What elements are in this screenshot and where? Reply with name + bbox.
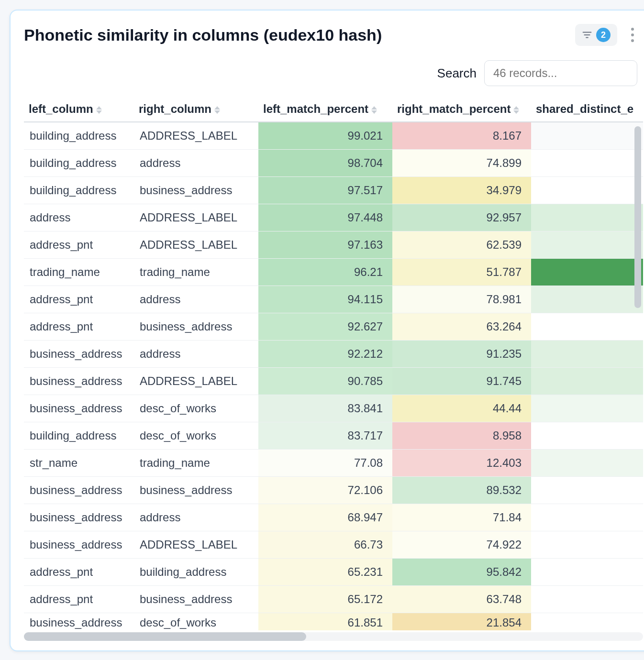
data-table: left_column right_column left_match_perc… (24, 97, 643, 630)
filter-icon (582, 30, 592, 40)
cell-right_match_percent: 63.264 (392, 313, 531, 341)
table-row[interactable]: address_pntbusiness_address92.62763.264 (24, 313, 643, 341)
search-input[interactable] (484, 60, 637, 86)
cell-left_column: trading_name (24, 259, 134, 286)
table-wrap: left_column right_column left_match_perc… (24, 97, 643, 641)
cell-right_match_percent: 62.539 (392, 231, 531, 259)
cell-left_match_percent: 66.73 (258, 531, 392, 559)
cell-shared_distinct (531, 204, 643, 231)
table-row[interactable]: business_addressaddress68.94771.84 (24, 504, 643, 531)
page-title: Phonetic similarity in columns (eudex10 … (24, 26, 382, 44)
table-row[interactable]: address_pntaddress94.11578.981 (24, 286, 643, 313)
cell-right_column: business_address (134, 477, 258, 504)
cell-left_match_percent: 96.21 (258, 259, 392, 286)
cell-right_match_percent: 92.957 (392, 204, 531, 231)
table-row[interactable]: addressADDRESS_LABEL97.44892.957 (24, 204, 643, 231)
cell-right_column: trading_name (134, 259, 258, 286)
cell-left_match_percent: 77.08 (258, 450, 392, 477)
sort-icon (513, 106, 519, 114)
cell-shared_distinct (531, 341, 643, 368)
cell-right_column: ADDRESS_LABEL (134, 122, 258, 150)
table-row[interactable]: building_addressADDRESS_LABEL99.0218.167 (24, 122, 643, 150)
cell-right_match_percent: 34.979 (392, 177, 531, 204)
cell-right_match_percent: 91.745 (392, 368, 531, 395)
col-right_column[interactable]: right_column (134, 97, 258, 122)
cell-right_match_percent: 74.899 (392, 150, 531, 177)
cell-shared_distinct (531, 231, 643, 259)
cell-shared_distinct (531, 286, 643, 313)
filter-button[interactable]: 2 (575, 24, 617, 46)
cell-left_match_percent: 94.115 (258, 286, 392, 313)
sort-icon (371, 106, 377, 114)
cell-right_column: address (134, 286, 258, 313)
cell-right_column: ADDRESS_LABEL (134, 231, 258, 259)
cell-left_column: address_pnt (24, 313, 134, 341)
col-left_match_percent[interactable]: left_match_percent (258, 97, 392, 122)
cell-left_column: address_pnt (24, 286, 134, 313)
cell-right_match_percent: 89.532 (392, 477, 531, 504)
cell-left_match_percent: 99.021 (258, 122, 392, 150)
table-row[interactable]: business_addressdesc_of_works83.84144.44 (24, 395, 643, 422)
cell-left_column: business_address (24, 368, 134, 395)
search-row: Search (24, 60, 643, 86)
cell-right_column: business_address (134, 313, 258, 341)
table-row[interactable]: business_addressADDRESS_LABEL90.78591.74… (24, 368, 643, 395)
cell-right_match_percent: 8.958 (392, 422, 531, 450)
cell-left_match_percent: 92.627 (258, 313, 392, 341)
table-row[interactable]: building_addressdesc_of_works83.7178.958 (24, 422, 643, 450)
cell-shared_distinct (531, 177, 643, 204)
cell-left_match_percent: 65.172 (258, 586, 392, 613)
table-row[interactable]: business_addressADDRESS_LABEL66.7374.922 (24, 531, 643, 559)
table-row[interactable]: business_addressaddress92.21291.235 (24, 341, 643, 368)
cell-right_match_percent: 91.235 (392, 341, 531, 368)
table-row[interactable]: business_addressbusiness_address72.10689… (24, 477, 643, 504)
cell-shared_distinct (531, 150, 643, 177)
cell-left_column: building_address (24, 422, 134, 450)
cell-shared_distinct (531, 504, 643, 531)
horizontal-scrollbar-track[interactable] (24, 632, 643, 641)
cell-right_column: address (134, 504, 258, 531)
cell-shared_distinct (531, 313, 643, 341)
cell-shared_distinct (531, 422, 643, 450)
header: Phonetic similarity in columns (eudex10 … (24, 24, 643, 46)
col-shared_distinct[interactable]: shared_distinct_e (531, 97, 643, 122)
cell-right_match_percent: 12.403 (392, 450, 531, 477)
cell-right_match_percent: 71.84 (392, 504, 531, 531)
cell-right_column: desc_of_works (134, 395, 258, 422)
cell-left_column: address_pnt (24, 586, 134, 613)
table-row[interactable]: address_pntADDRESS_LABEL97.16362.539 (24, 231, 643, 259)
cell-right_match_percent: 63.748 (392, 586, 531, 613)
cell-left_match_percent: 72.106 (258, 477, 392, 504)
more-menu-button[interactable] (626, 25, 639, 44)
col-left_column[interactable]: left_column (24, 97, 134, 122)
cell-left_match_percent: 92.212 (258, 341, 392, 368)
table-row[interactable]: building_addressbusiness_address97.51734… (24, 177, 643, 204)
cell-left_match_percent: 83.717 (258, 422, 392, 450)
cell-right_match_percent: 51.787 (392, 259, 531, 286)
table-row[interactable]: building_addressaddress98.70474.899 (24, 150, 643, 177)
cell-shared_distinct (531, 122, 643, 150)
cell-right_match_percent: 8.167 (392, 122, 531, 150)
cell-right_column: business_address (134, 177, 258, 204)
vertical-scrollbar[interactable] (634, 126, 641, 308)
horizontal-scrollbar-thumb[interactable] (24, 632, 306, 641)
cell-left_match_percent: 68.947 (258, 504, 392, 531)
cell-left_column: address (24, 204, 134, 231)
table-row[interactable]: trading_nametrading_name96.2151.787 (24, 259, 643, 286)
filter-count-badge: 2 (596, 28, 611, 42)
table-header-row: left_column right_column left_match_perc… (24, 97, 643, 122)
cell-left_column: business_address (24, 613, 134, 631)
col-right_match_percent[interactable]: right_match_percent (392, 97, 531, 122)
cell-right_match_percent: 95.842 (392, 559, 531, 586)
cell-left_match_percent: 97.517 (258, 177, 392, 204)
cell-shared_distinct (531, 395, 643, 422)
table-row[interactable]: str_nametrading_name77.0812.403 (24, 450, 643, 477)
cell-shared_distinct (531, 259, 643, 286)
cell-shared_distinct (531, 450, 643, 477)
cell-left_column: address_pnt (24, 559, 134, 586)
cell-left_column: building_address (24, 122, 134, 150)
cell-right_column: address (134, 150, 258, 177)
table-row[interactable]: address_pntbusiness_address65.17263.748 (24, 586, 643, 613)
table-row[interactable]: business_addressdesc_of_works61.85121.85… (24, 613, 643, 631)
table-row[interactable]: address_pntbuilding_address65.23195.842 (24, 559, 643, 586)
